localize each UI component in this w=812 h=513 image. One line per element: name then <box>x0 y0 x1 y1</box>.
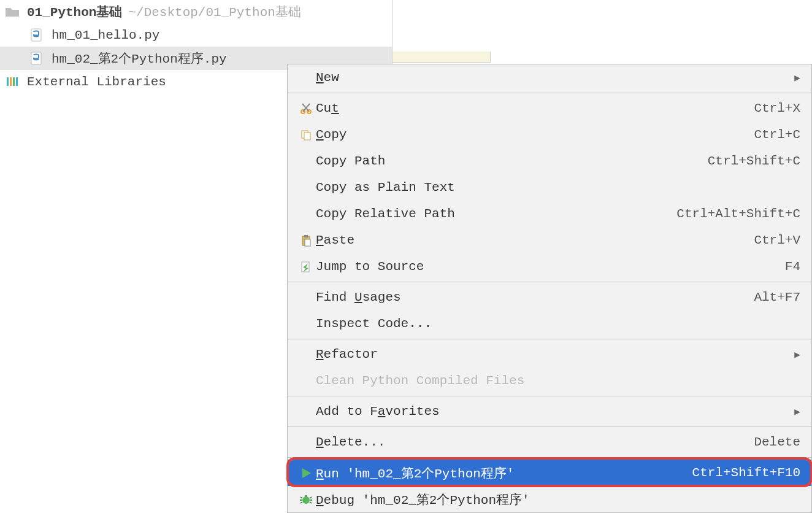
menu-item-label: Cut <box>316 101 754 115</box>
chevron-right-icon: ▶ <box>794 72 800 84</box>
external-libraries-label: External Libraries <box>27 75 166 89</box>
file-label: hm_01_hello.py <box>52 28 159 42</box>
menu-separator <box>288 282 811 282</box>
svg-point-14 <box>302 496 310 504</box>
menu-item-label: Add to Favorites <box>316 404 788 418</box>
file-label: hm_02_第2个Python程序.py <box>52 50 227 67</box>
menu-separator <box>288 93 811 93</box>
menu-item-label: Delete... <box>316 435 754 449</box>
menu-separator <box>288 339 811 339</box>
menu-item-shortcut: Ctrl+Shift+C <box>708 154 800 168</box>
project-root[interactable]: 01_Python基础 ~/Desktop/01_Python基础 <box>0 0 392 23</box>
svg-rect-12 <box>305 239 310 246</box>
menu-item-label: Copy Relative Path <box>316 207 676 221</box>
menu-item-shortcut: Ctrl+Shift+F10 <box>692 466 800 480</box>
menu-item-label: Copy Path <box>316 154 708 168</box>
library-icon <box>4 73 21 90</box>
svg-rect-5 <box>16 77 18 86</box>
menu-item-shortcut: Alt+F7 <box>754 290 800 304</box>
context-menu: New▶CutCtrl+XCopyCtrl+CCopy PathCtrl+Shi… <box>287 64 812 513</box>
python-file-icon <box>28 50 45 67</box>
menu-item-label: Copy as Plain Text <box>316 180 800 195</box>
menu-item-cut[interactable]: CutCtrl+X <box>288 95 811 122</box>
folder-icon <box>4 3 21 20</box>
svg-rect-3 <box>10 77 12 86</box>
chevron-right-icon: ▶ <box>794 349 800 361</box>
menu-separator <box>288 457 811 458</box>
chevron-right-icon: ▶ <box>794 406 800 418</box>
menu-item-label: Refactor <box>316 347 788 361</box>
svg-rect-2 <box>7 77 9 86</box>
menu-item-shortcut: F4 <box>785 260 800 274</box>
menu-separator <box>288 426 811 427</box>
menu-item-plaincopy[interactable]: Copy as Plain Text <box>288 174 811 201</box>
menu-item-label: Inspect Code... <box>316 317 800 331</box>
copy-icon <box>296 129 316 141</box>
menu-item-shortcut: Ctrl+C <box>754 128 800 142</box>
menu-item-delete[interactable]: Delete...Delete <box>288 429 811 455</box>
menu-item-label: Paste <box>316 233 754 247</box>
paste-icon <box>296 234 316 247</box>
menu-item-copy[interactable]: CopyCtrl+C <box>288 122 811 148</box>
jump-icon <box>296 261 316 273</box>
menu-item-shortcut: Delete <box>754 435 800 449</box>
menu-item-debug[interactable]: Debug 'hm_02_第2个Python程序' <box>288 486 811 512</box>
bug-icon <box>296 493 316 506</box>
project-file[interactable]: hm_01_hello.py <box>0 23 392 47</box>
menu-item-cleanpyc: Clean Python Compiled Files <box>288 368 811 394</box>
run-icon <box>296 467 316 479</box>
menu-item-relpath[interactable]: Copy Relative PathCtrl+Alt+Shift+C <box>288 201 811 227</box>
svg-rect-9 <box>304 133 310 140</box>
menu-item-jump[interactable]: Jump to SourceF4 <box>288 253 811 280</box>
menu-item-shortcut: Ctrl+X <box>754 101 800 115</box>
menu-item-label: New <box>316 71 788 85</box>
menu-separator <box>288 396 811 396</box>
menu-item-label: Copy <box>316 128 754 142</box>
menu-item-fav[interactable]: Add to Favorites▶ <box>288 398 811 425</box>
menu-item-label: Debug 'hm_02_第2个Python程序' <box>316 491 800 508</box>
menu-item-label: Find Usages <box>316 290 754 304</box>
project-root-label: 01_Python基础 <box>27 3 122 20</box>
menu-item-run[interactable]: Run 'hm_02_第2个Python程序'Ctrl+Shift+F10 <box>288 460 811 486</box>
menu-item-label: Clean Python Compiled Files <box>316 374 800 388</box>
menu-item-usages[interactable]: Find UsagesAlt+F7 <box>288 284 811 310</box>
svg-rect-11 <box>304 235 308 237</box>
menu-item-label: Jump to Source <box>316 260 785 274</box>
python-file-icon <box>28 26 45 44</box>
menu-item-shortcut: Ctrl+V <box>754 233 800 247</box>
project-root-path: ~/Desktop/01_Python基础 <box>128 3 301 20</box>
menu-item-label: Run 'hm_02_第2个Python程序' <box>316 465 692 482</box>
menu-item-copypath[interactable]: Copy PathCtrl+Shift+C <box>288 148 811 174</box>
menu-item-shortcut: Ctrl+Alt+Shift+C <box>676 207 800 221</box>
svg-rect-4 <box>13 77 15 86</box>
menu-item-refactor[interactable]: Refactor▶ <box>288 341 811 368</box>
editor-tab-strip[interactable] <box>393 52 491 63</box>
menu-item-paste[interactable]: PasteCtrl+V <box>288 227 811 253</box>
menu-item-inspect[interactable]: Inspect Code... <box>288 310 811 337</box>
menu-item-new[interactable]: New▶ <box>288 64 811 91</box>
cut-icon <box>296 102 316 115</box>
